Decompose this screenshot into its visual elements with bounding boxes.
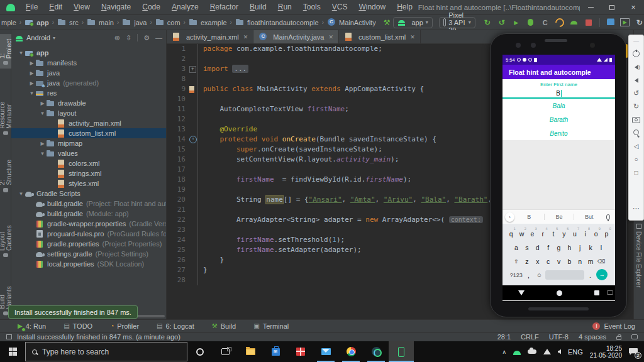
key-e[interactable]: e3 — [528, 228, 537, 239]
autocomplete-suggestion[interactable]: Benito — [502, 126, 615, 140]
tree-row[interactable]: ▶java(generated) — [11, 78, 166, 88]
autocomplete-input[interactable]: B — [502, 87, 615, 97]
taskbar-app-explorer[interactable] — [238, 341, 263, 362]
stop-icon[interactable] — [584, 18, 594, 28]
toolwindow-toggle-icon[interactable] — [6, 334, 12, 339]
toolwindow----logcat[interactable]: ▤6: Logcat — [157, 322, 194, 330]
key-h[interactable]: h — [565, 241, 574, 253]
taskbar-app-cortana[interactable] — [187, 341, 213, 362]
locate-file-icon[interactable]: ⊛ — [114, 34, 120, 42]
keyboard-dismiss-icon[interactable] — [607, 290, 613, 295]
key-p[interactable]: p0 — [602, 228, 611, 239]
home-icon[interactable] — [632, 155, 640, 163]
tree-expand-arrow[interactable]: ▶ — [39, 101, 46, 106]
menu-item-analyze[interactable]: Analyze — [166, 0, 204, 14]
language-indicator[interactable]: ENG — [568, 348, 583, 356]
profile-app-icon[interactable] — [569, 18, 579, 28]
tree-row[interactable]: gradle-wrapper.properties(Gradle Version… — [11, 219, 166, 229]
home-button[interactable] — [557, 290, 562, 296]
caret-position[interactable]: 28:1 — [497, 333, 511, 341]
enter-key[interactable]: → — [596, 269, 608, 280]
breadcrumb-item-MainActivity[interactable]: MainActivity — [326, 18, 377, 26]
menu-item-help[interactable]: Help — [391, 0, 418, 14]
tree-row[interactable]: ▼Gradle Scripts — [11, 189, 166, 199]
line-separator[interactable]: CRLF — [521, 333, 539, 341]
key-j[interactable]: j — [575, 241, 585, 253]
wifi-icon[interactable] — [543, 349, 551, 354]
stripe-item----structure[interactable]: 2: Structure — [0, 155, 13, 196]
tree-expand-arrow[interactable]: ▼ — [18, 50, 25, 56]
key-f[interactable]: f — [543, 241, 553, 253]
close-tab-icon[interactable]: ✕ — [243, 34, 248, 40]
key-k[interactable]: k — [586, 241, 596, 253]
key-d[interactable]: d — [533, 241, 543, 253]
key-w[interactable]: w2 — [517, 228, 526, 239]
comma-key[interactable]: , — [524, 269, 533, 281]
tree-expand-arrow[interactable]: ▶ — [28, 80, 35, 86]
tree-row[interactable]: ▶java — [11, 68, 166, 78]
tray-expand-icon[interactable]: ∧ — [502, 349, 506, 355]
toolwindow----run[interactable]: ▶4: Run — [18, 322, 46, 330]
space-key[interactable] — [545, 270, 584, 280]
key-l[interactable]: l — [597, 241, 606, 253]
backspace-key[interactable]: ⌫ — [597, 255, 606, 267]
start-button[interactable] — [0, 341, 25, 362]
apply-code-changes-icon[interactable] — [497, 18, 507, 28]
menu-item-file[interactable]: File — [20, 0, 43, 14]
volume-up-icon[interactable] — [632, 63, 640, 71]
tree-expand-arrow[interactable]: ▼ — [28, 90, 35, 96]
tree-row[interactable]: build.gradle(Project: Float hint and aut… — [11, 199, 166, 209]
tree-row[interactable]: strings.xml — [11, 168, 166, 178]
tree-row[interactable]: ▼values — [11, 148, 166, 158]
tree-expand-arrow[interactable]: ▼ — [18, 191, 25, 197]
rerun-actions-icon[interactable] — [511, 18, 521, 28]
tree-row[interactable]: colors.xml — [11, 158, 166, 168]
tree-row[interactable]: custom_list.xml — [11, 128, 166, 138]
key-n[interactable]: n — [575, 255, 585, 267]
close-tab-icon[interactable]: ✕ — [328, 34, 333, 40]
close-button[interactable]: × — [623, 0, 644, 14]
menu-item-window[interactable]: Window — [353, 0, 391, 14]
menu-item-run[interactable]: Run — [272, 0, 297, 14]
tree-row[interactable]: ▶mipmap — [11, 138, 166, 148]
zoom-icon[interactable] — [632, 129, 640, 137]
tree-row[interactable]: ▼res — [11, 88, 166, 98]
apply-changes-icon[interactable] — [482, 18, 492, 28]
back-icon[interactable] — [632, 142, 640, 150]
tree-expand-arrow[interactable]: ▶ — [28, 70, 35, 76]
breadcrumb-item-mple[interactable]: mple — [0, 19, 18, 26]
profiler-icon[interactable] — [555, 18, 565, 28]
screen-reader-icon[interactable] — [631, 334, 638, 339]
stripe-item-resource-manager[interactable]: Resource Manager — [0, 85, 13, 139]
tree-row[interactable]: ▶drawable — [11, 98, 166, 108]
key-u[interactable]: u7 — [570, 228, 580, 239]
taskbar-app-studio[interactable] — [364, 341, 389, 362]
keyboard-candidate[interactable]: Be — [546, 214, 573, 220]
toolwindow-todo[interactable]: ▤TODO — [64, 322, 92, 330]
tree-expand-arrow[interactable]: ▼ — [39, 151, 46, 156]
key-r[interactable]: r4 — [538, 228, 548, 239]
menu-item-build[interactable]: Build — [244, 0, 272, 14]
collapse-all-icon[interactable]: ⇳ — [126, 34, 131, 42]
screenshot-icon[interactable] — [632, 116, 640, 124]
key-o[interactable]: o9 — [591, 228, 601, 239]
key-i[interactable]: i8 — [580, 228, 590, 239]
rotate-left-icon[interactable] — [632, 89, 640, 97]
taskbar-search[interactable]: Type here to search — [25, 342, 187, 361]
key-m[interactable]: m — [586, 255, 596, 267]
tree-row[interactable]: ▼app — [11, 48, 166, 58]
symbols-key[interactable]: ?123 — [510, 269, 523, 281]
toolwindow-profiler[interactable]: ◔Profiler — [110, 322, 139, 330]
menu-item-code[interactable]: Code — [136, 0, 166, 14]
autocomplete-suggestion[interactable]: Bala — [502, 99, 615, 112]
minimize-icon[interactable] — [632, 36, 640, 45]
tree-row[interactable]: proguard-rules.pro(ProGuard Rules for ap… — [11, 229, 166, 239]
tab-custom_list.xml[interactable]: custom_list.xml✕ — [339, 30, 421, 43]
shift-key[interactable]: ⇧ — [512, 255, 521, 267]
key-b[interactable]: b — [565, 255, 574, 267]
keyboard-candidate[interactable]: B — [516, 214, 543, 220]
sync-gradle-icon[interactable] — [635, 18, 644, 28]
key-g[interactable]: g — [554, 241, 564, 253]
recents-button[interactable] — [594, 290, 599, 295]
autocomplete-suggestion[interactable]: Barath — [502, 112, 615, 126]
